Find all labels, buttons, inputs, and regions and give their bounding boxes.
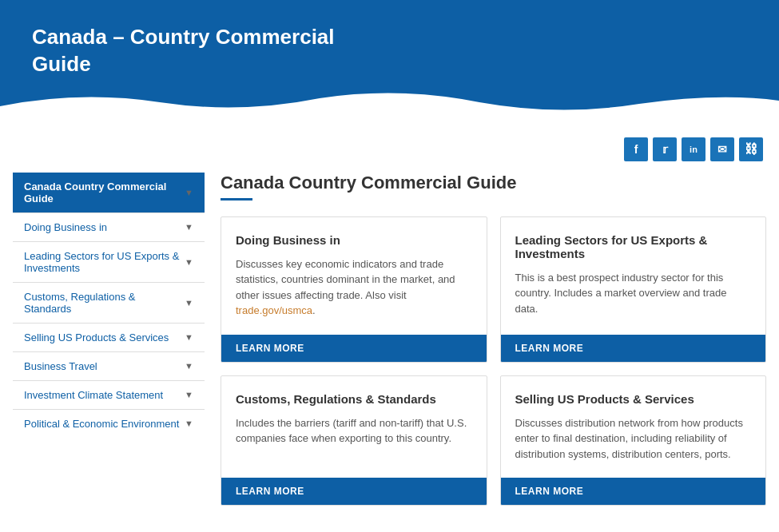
chevron-down-icon: ▼ xyxy=(185,257,193,267)
card-learn-more-button[interactable]: LEARN MORE xyxy=(501,335,766,362)
sidebar-item-label: Political & Economic Environment xyxy=(24,418,179,430)
sidebar-item-investment[interactable]: Investment Climate Statement ▼ xyxy=(13,380,205,409)
chevron-down-icon: ▼ xyxy=(185,332,193,342)
card-leading-sectors: Leading Sectors for US Exports & Investm… xyxy=(500,216,767,363)
card-text: Discusses key economic indicators and tr… xyxy=(236,256,472,319)
page-title: Canada Country Commercial Guide xyxy=(221,173,766,193)
link-copy-icon[interactable]: ⛓ xyxy=(739,137,763,161)
chevron-down-icon: ▼ xyxy=(185,390,193,399)
card-body: Customs, Regulations & Standards Include… xyxy=(221,376,487,478)
sidebar-item-label: Leading Sectors for US Exports & Investm… xyxy=(24,250,185,274)
linkedin-icon[interactable]: in xyxy=(682,137,705,161)
card-text: This is a best prospect industry sector … xyxy=(515,270,752,317)
sidebar-title[interactable]: Canada Country Commercial Guide ▼ xyxy=(13,173,205,212)
main-content: Canada Country Commercial Guide Doing Bu… xyxy=(221,173,766,506)
chevron-down-icon: ▼ xyxy=(185,222,193,232)
card-title: Customs, Regulations & Standards xyxy=(236,392,472,406)
sidebar-item-label: Business Travel xyxy=(24,360,97,372)
chevron-down-icon: ▼ xyxy=(185,298,193,308)
card-title: Leading Sectors for US Exports & Investm… xyxy=(515,233,752,260)
chevron-down-icon: ▼ xyxy=(185,361,193,371)
sidebar-title-chevron: ▼ xyxy=(185,188,193,197)
sidebar-item-leading-sectors[interactable]: Leading Sectors for US Exports & Investm… xyxy=(13,241,205,282)
card-text: Includes the barriers (tariff and non-ta… xyxy=(236,415,472,447)
sidebar-item-label: Investment Climate Statement xyxy=(24,389,163,401)
social-bar: f 𝕣 in ✉ ⛓ xyxy=(0,126,779,173)
card-selling: Selling US Products & Services Discusses… xyxy=(500,375,767,506)
page-header-title: Canada – Country Commercial Guide xyxy=(32,24,352,78)
trade-link[interactable]: trade.gov/usmca xyxy=(236,304,312,316)
card-text: Discusses distribution network from how … xyxy=(515,415,752,463)
sidebar-item-selling[interactable]: Selling US Products & Services ▼ xyxy=(13,323,205,351)
card-title: Doing Business in xyxy=(236,233,472,247)
sidebar: Canada Country Commercial Guide ▼ Doing … xyxy=(13,173,205,506)
main-layout: Canada Country Commercial Guide ▼ Doing … xyxy=(0,173,779,522)
twitter-icon[interactable]: 𝕣 xyxy=(653,137,677,161)
page-header: Canada – Country Commercial Guide xyxy=(0,0,779,126)
card-body: Doing Business in Discusses key economic… xyxy=(221,217,487,335)
sidebar-item-label: Selling US Products & Services xyxy=(24,332,169,343)
facebook-icon[interactable]: f xyxy=(624,137,648,161)
card-doing-business: Doing Business in Discusses key economic… xyxy=(221,216,487,363)
email-icon[interactable]: ✉ xyxy=(710,137,734,161)
card-title: Selling US Products & Services xyxy=(515,392,752,406)
card-customs: Customs, Regulations & Standards Include… xyxy=(221,375,487,506)
sidebar-item-customs[interactable]: Customs, Regulations & Standards ▼ xyxy=(13,282,205,323)
sidebar-item-political[interactable]: Political & Economic Environment ▼ xyxy=(13,409,205,438)
header-wave xyxy=(0,86,779,126)
sidebar-item-business-travel[interactable]: Business Travel ▼ xyxy=(13,351,205,380)
cards-grid: Doing Business in Discusses key economic… xyxy=(221,216,766,506)
card-learn-more-button[interactable]: LEARN MORE xyxy=(221,478,487,505)
sidebar-item-label: Customs, Regulations & Standards xyxy=(24,291,185,315)
sidebar-item-label: Doing Business in xyxy=(24,221,107,233)
card-body: Leading Sectors for US Exports & Investm… xyxy=(501,217,766,335)
sidebar-item-doing-business[interactable]: Doing Business in ▼ xyxy=(13,212,205,241)
card-body: Selling US Products & Services Discusses… xyxy=(501,376,766,478)
card-learn-more-button[interactable]: LEARN MORE xyxy=(221,335,487,362)
chevron-down-icon: ▼ xyxy=(185,419,193,428)
title-underline xyxy=(221,198,252,200)
card-learn-more-button[interactable]: LEARN MORE xyxy=(501,478,766,505)
sidebar-title-label: Canada Country Commercial Guide xyxy=(24,181,185,204)
